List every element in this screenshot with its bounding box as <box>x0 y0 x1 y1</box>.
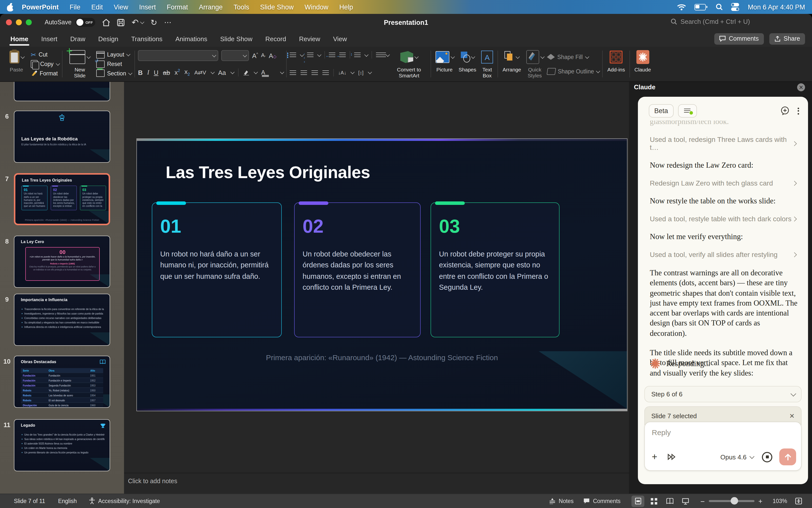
text-box-button[interactable]: A Text Box <box>479 48 496 80</box>
minimize-window-button[interactable] <box>16 19 22 25</box>
menu-bar-clock[interactable]: Mon 6 Apr 4:40 PM <box>748 3 805 11</box>
claude-addin-button[interactable]: Claude <box>632 48 653 80</box>
tab-slide-show[interactable]: Slide Show <box>214 31 259 47</box>
justify-icon[interactable] <box>322 70 329 75</box>
tab-insert[interactable]: Insert <box>35 31 64 47</box>
undo-icon[interactable]: ↶ <box>131 17 139 28</box>
arrange-button[interactable]: Arrange <box>500 48 523 80</box>
tool-use-row[interactable]: Used a tool, redesign Three Laws cards w… <box>650 135 798 151</box>
shapes-button[interactable]: Shapes <box>456 48 479 80</box>
more-commands-icon[interactable]: ⋯ <box>164 18 172 27</box>
slide-thumbnail-10[interactable]: Obras DestacadasSerieObraAñoFundaciónFun… <box>14 356 110 408</box>
notes-toggle[interactable]: Notes <box>549 498 574 504</box>
tab-record[interactable]: Record <box>259 31 293 47</box>
search-field[interactable]: Search (Cmd + Ctrl + U) <box>671 18 750 25</box>
change-case-button[interactable]: Aa <box>218 69 226 76</box>
redo-icon[interactable]: ↻ <box>151 17 157 27</box>
new-chat-icon[interactable] <box>780 106 790 116</box>
tab-design[interactable]: Design <box>92 31 125 47</box>
autosave-toggle[interactable]: OFF <box>75 18 95 27</box>
columns-button[interactable] <box>376 53 382 57</box>
attach-icon[interactable]: + <box>652 452 657 462</box>
skip-icon[interactable] <box>667 454 676 460</box>
character-spacing-button[interactable]: A⇄V <box>194 69 206 76</box>
tool-use-row[interactable]: Redesign Law Zero with tech glass card <box>650 179 798 187</box>
menu-item-edit[interactable]: Edit <box>86 3 109 11</box>
menu-item-file[interactable]: File <box>64 3 86 11</box>
menu-item-arrange[interactable]: Arrange <box>194 3 228 11</box>
law-card-03[interactable]: 03Un robot debe proteger su propia exist… <box>431 202 559 337</box>
bullets-button[interactable] <box>290 53 296 57</box>
send-button[interactable] <box>779 449 796 465</box>
add-ins-button[interactable]: Add-ins <box>605 48 628 80</box>
layout-button[interactable]: Layout <box>96 50 132 59</box>
clear-formatting-icon[interactable]: A◇ <box>269 52 276 59</box>
format-painter-button[interactable]: Format <box>31 69 59 78</box>
fit-slide-to-window-button[interactable] <box>792 495 805 507</box>
tab-draw[interactable]: Draw <box>64 31 92 47</box>
notes-placeholder[interactable]: Click to add notes <box>128 478 177 485</box>
tool-use-row[interactable]: Used a tool, restyle table with tech dar… <box>650 215 798 223</box>
spotlight-search-icon[interactable] <box>716 3 723 10</box>
home-icon[interactable] <box>102 18 110 26</box>
reset-button[interactable]: ↺Reset <box>96 59 132 69</box>
increase-indent-icon[interactable]: → <box>339 53 345 57</box>
italic-button[interactable]: I <box>147 69 149 76</box>
notes-divider[interactable] <box>124 473 629 473</box>
step-progress-expander[interactable]: Step 6 of 6 <box>644 386 802 402</box>
tab-animations[interactable]: Animations <box>169 31 214 47</box>
strikethrough-button[interactable]: ab <box>163 69 170 76</box>
slide-title[interactable]: Las Tres Leyes Originales <box>166 163 370 182</box>
undo-dropdown-chevron[interactable] <box>140 20 144 24</box>
slide-sorter-view-button[interactable] <box>647 495 660 507</box>
more-options-icon[interactable] <box>798 108 799 114</box>
copy-button[interactable]: Copy <box>31 59 59 69</box>
menu-item-window[interactable]: Window <box>299 3 334 11</box>
superscript-button[interactable]: x2 <box>175 69 180 76</box>
menu-item-help[interactable]: Help <box>334 3 358 11</box>
language-indicator[interactable]: English <box>58 498 77 504</box>
slide-position[interactable]: Slide 7 of 11 <box>14 498 45 504</box>
numbering-button[interactable] <box>307 53 313 57</box>
close-pane-icon[interactable]: ✕ <box>797 83 805 91</box>
zoom-level[interactable]: 103% <box>769 498 787 504</box>
shape-outline-button[interactable]: Shape Outline <box>547 67 599 76</box>
context-menu-button[interactable] <box>678 104 697 118</box>
law-card-01[interactable]: 01Un robot no hará daño a un ser humano … <box>152 202 282 337</box>
accessibility-status[interactable]: Accessibility: Investigate <box>89 498 160 505</box>
align-left-icon[interactable] <box>290 70 296 75</box>
close-window-button[interactable] <box>6 19 12 25</box>
underline-button[interactable]: U <box>154 69 159 76</box>
align-text-button[interactable]: [↕] <box>358 70 364 75</box>
decrease-indent-icon[interactable]: ← <box>329 53 335 57</box>
slide-thumbnail-partial[interactable] <box>14 82 110 101</box>
menu-item-powerpoint[interactable]: PowerPoint <box>16 3 64 11</box>
zoom-out-button[interactable]: − <box>700 497 705 505</box>
bold-button[interactable]: B <box>138 69 142 76</box>
new-slide-button[interactable]: New Slide <box>65 48 95 80</box>
font-name-select[interactable] <box>138 50 218 61</box>
save-icon[interactable] <box>117 18 125 26</box>
comments-button[interactable]: Comments <box>714 33 764 44</box>
reply-box[interactable]: Reply + Opus 4.6 <box>644 422 802 471</box>
shape-fill-button[interactable]: Shape Fill <box>547 52 599 61</box>
menu-item-insert[interactable]: Insert <box>134 3 162 11</box>
section-button[interactable]: Section <box>96 69 132 78</box>
tool-use-row[interactable]: Used a tool, verify all slides after res… <box>650 251 798 258</box>
slide-thumbnail-6[interactable]: Las Leyes de la RobóticaEl pilar fundame… <box>14 111 110 163</box>
zoom-slider[interactable] <box>709 500 755 502</box>
line-spacing-button[interactable]: ↕ <box>354 53 360 57</box>
tab-transitions[interactable]: Transitions <box>125 31 169 47</box>
share-button[interactable]: Share <box>769 33 805 44</box>
align-center-icon[interactable] <box>300 70 307 75</box>
reply-input[interactable]: Reply <box>652 428 795 436</box>
tab-review[interactable]: Review <box>293 31 327 47</box>
menu-item-format[interactable]: Format <box>161 3 194 11</box>
tab-home[interactable]: Home <box>4 31 35 47</box>
current-slide[interactable]: Las Tres Leyes Originales 01Un robot no … <box>137 139 627 411</box>
decrease-font-icon[interactable]: Aˇ <box>261 52 266 59</box>
tab-view[interactable]: View <box>327 31 353 47</box>
paste-button[interactable]: Paste <box>3 48 30 80</box>
normal-view-button[interactable] <box>632 495 644 507</box>
remove-context-icon[interactable]: ✕ <box>789 412 795 420</box>
